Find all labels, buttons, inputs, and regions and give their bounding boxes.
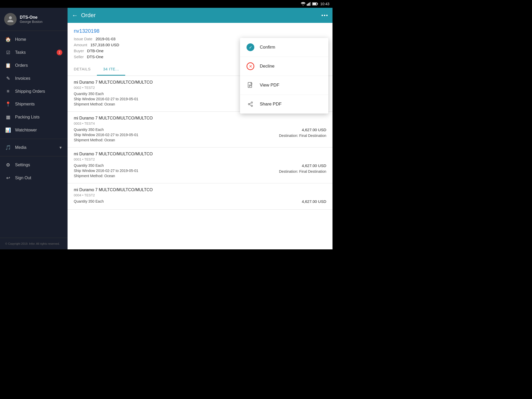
sidebar-item-orders[interactable]: 📋 Orders [0, 59, 68, 72]
media-icon: 🎵 [5, 145, 11, 150]
item-details-row: Quantity 350 Each Ship Window 2016-02-27… [74, 128, 326, 143]
page-title: Order [81, 12, 318, 19]
invoices-icon: ✎ [5, 76, 11, 81]
sidebar-label-packing-lists: Packing Lists [15, 115, 39, 119]
nav-divider-1 [0, 139, 68, 139]
amount-label: Amount [74, 43, 87, 47]
svg-point-13 [251, 105, 253, 107]
order-id[interactable]: nv1320198 [74, 28, 326, 34]
item-ship-method: Shipment Method: Ocean [74, 138, 279, 142]
sidebar-item-settings[interactable]: ⚙ Settings [0, 158, 68, 171]
sidebar: DTS-One George Boston 🏠 Home ☑ Tasks 2 📋… [0, 8, 68, 249]
back-button[interactable]: ← [72, 12, 78, 19]
settings-icon: ⚙ [5, 162, 11, 168]
item-left: Quantity 350 Each Ship Window 2016-02-27… [74, 128, 279, 143]
seller-value: DTS-One [87, 55, 103, 59]
item-ship-window: Ship Window 2016-02-27 to 2019-05-01 [74, 169, 279, 173]
confirm-check-icon: ✓ [247, 43, 254, 51]
status-icons: 10:43 [301, 2, 329, 6]
signal-icon [307, 2, 311, 6]
sidebar-item-shipments[interactable]: 📍 Shipments [0, 98, 68, 111]
item-code: 0004 • TEST2 [74, 193, 326, 197]
confirm-menu-icon: ✓ [246, 43, 255, 51]
menu-item-confirm[interactable]: ✓ Confirm [240, 38, 328, 57]
item-name: mi Duramo 7 MULTCO/MULTCO/MULTCO [74, 116, 326, 121]
item-name: mi Duramo 7 MULTCO/MULTCO/MULTCO [74, 188, 326, 192]
svg-line-14 [250, 104, 251, 105]
context-menu: ✓ Confirm ✕ Decline [240, 38, 328, 114]
svg-rect-1 [308, 3, 309, 6]
more-options-button[interactable]: ••• [321, 12, 328, 18]
item-ship-window: Ship Window 2016-02-27 to 2019-05-01 [74, 133, 279, 137]
issue-date-label: Issue Date [74, 37, 92, 41]
sidebar-label-shipments: Shipments [15, 102, 35, 107]
shipping-orders-icon: ≡ [5, 89, 11, 94]
item-quantity: Quantity 350 Each [74, 128, 279, 132]
decline-x-icon: ✕ [247, 62, 254, 70]
issue-date-value: 2019-01-03 [96, 37, 116, 41]
order-area: nv1320198 Issue Date 2019-01-03 Amount 1… [68, 23, 332, 249]
sidebar-label-shipping-orders: Shipping Orders [15, 89, 45, 94]
item-price: 4,627.00 USD [279, 163, 326, 168]
menu-item-decline[interactable]: ✕ Decline [240, 57, 328, 76]
avatar-icon [7, 16, 14, 23]
tab-items[interactable]: 34 ITE... [97, 63, 125, 76]
item-quantity: Quantity 350 Each [74, 163, 279, 168]
item-destination: Destination: Final Destination [279, 169, 326, 174]
sidebar-item-signout[interactable]: ↩ Sign Out [0, 171, 68, 184]
view-pdf-icon [246, 81, 255, 89]
sidebar-item-watchtower[interactable]: 📊 Watchtower [0, 124, 68, 137]
item-left: Quantity 350 Each Ship Window 2016-02-27… [74, 163, 279, 179]
svg-line-15 [250, 103, 251, 104]
item-destination: Destination: Final Destination [279, 134, 326, 138]
item-price: 4,627.00 USD [279, 128, 326, 132]
item-ship-method: Shipment Method: Ocean [74, 174, 279, 178]
svg-point-11 [251, 102, 253, 103]
sidebar-item-home[interactable]: 🏠 Home [0, 33, 68, 46]
sidebar-label-signout: Sign Out [15, 176, 31, 180]
svg-rect-6 [317, 3, 318, 4]
item-code: 0003 • TEST4 [74, 122, 326, 125]
sidebar-item-invoices[interactable]: ✎ Invoices [0, 72, 68, 85]
copyright-text: © Copyright 2019. Infor. All rights rese… [5, 242, 60, 245]
tab-details[interactable]: DETAILS [68, 63, 97, 76]
table-row: mi Duramo 7 MULTCO/MULTCO/MULTCO 0003 • … [68, 112, 332, 148]
wifi-icon [301, 2, 305, 6]
item-name: mi Duramo 7 MULTCO/MULTCO/MULTCO [74, 152, 326, 156]
battery-icon [312, 2, 318, 6]
menu-item-view-pdf[interactable]: View PDF [240, 76, 328, 95]
item-details-row: Quantity 350 Each 4,627.00 USD [74, 199, 326, 205]
home-icon: 🏠 [5, 37, 11, 42]
orders-icon: 📋 [5, 63, 11, 68]
media-arrow-icon: ▼ [59, 145, 62, 150]
menu-item-share-pdf[interactable]: Share PDF [240, 95, 328, 114]
shipments-icon: 📍 [5, 101, 11, 107]
sidebar-profile: DTS-One George Boston [0, 8, 68, 31]
share-pdf-label: Share PDF [260, 102, 282, 107]
sidebar-nav: 🏠 Home ☑ Tasks 2 📋 Orders ✎ Invoices ≡ [0, 31, 68, 238]
amount-value: 157,318.00 USD [90, 43, 119, 47]
table-row: mi Duramo 7 MULTCO/MULTCO/MULTCO 0004 • … [68, 183, 332, 210]
sidebar-label-media: Media [15, 145, 26, 150]
sidebar-footer: © Copyright 2019. Infor. All rights rese… [0, 238, 68, 249]
item-quantity: Quantity 350 Each [74, 199, 302, 203]
sidebar-label-home: Home [15, 37, 26, 42]
sidebar-label-invoices: Invoices [15, 76, 30, 81]
profile-name: DTS-One [20, 15, 42, 20]
sidebar-item-packing-lists[interactable]: ▦ Packing Lists [0, 111, 68, 124]
svg-rect-3 [310, 2, 311, 6]
nav-divider-2 [0, 156, 68, 156]
signout-icon: ↩ [5, 175, 11, 181]
profile-username: George Boston [20, 20, 42, 24]
sidebar-label-settings: Settings [15, 163, 30, 167]
sidebar-item-tasks[interactable]: ☑ Tasks 2 [0, 46, 68, 59]
document-icon [248, 82, 253, 88]
seller-label: Seller [74, 55, 84, 59]
item-right: 4,627.00 USD Destination: Final Destinat… [279, 128, 326, 139]
table-row: mi Duramo 7 MULTCO/MULTCO/MULTCO 0001 • … [68, 148, 332, 183]
main-content: ← Order ••• nv1320198 Issue Date 2019-01… [68, 8, 332, 249]
sidebar-item-media[interactable]: 🎵 Media ▼ [0, 141, 68, 154]
item-code: 0001 • TEST2 [74, 157, 326, 161]
sidebar-item-shipping-orders[interactable]: ≡ Shipping Orders [0, 85, 68, 98]
status-bar: 10:43 [0, 0, 332, 8]
